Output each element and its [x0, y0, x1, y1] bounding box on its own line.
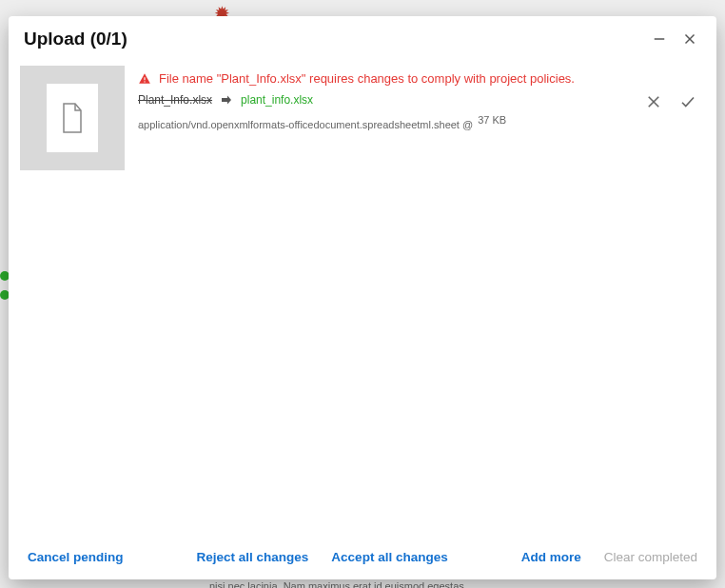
check-icon: [679, 93, 696, 110]
close-button[interactable]: [678, 28, 701, 50]
minimize-button[interactable]: [648, 28, 671, 50]
reject-all-button[interactable]: Reject all changes: [197, 550, 309, 564]
x-icon: [645, 93, 662, 110]
background-text: nisi nec lacinia. Nam maximus erat id eu…: [209, 580, 467, 588]
rename-row: Plant_Info.xlsx plant_info.xlsx: [138, 93, 631, 107]
arrow-right-icon: [220, 94, 233, 106]
new-filename: plant_info.xlsx: [241, 93, 313, 107]
warning-text: File name "Plant_Info.xlsx" requires cha…: [159, 71, 575, 86]
file-thumbnail: [20, 66, 125, 170]
dialog-footer: Cancel pending Reject all changes Accept…: [9, 537, 716, 579]
dialog-title: Upload (0/1): [24, 29, 640, 49]
row-actions: [644, 66, 705, 111]
warning-row: File name "Plant_Info.xlsx" requires cha…: [138, 71, 631, 86]
close-icon: [681, 30, 698, 48]
document-icon: [61, 103, 84, 133]
dialog-body: File name "Plant_Info.xlsx" requires cha…: [9, 62, 716, 537]
reject-change-button[interactable]: [644, 92, 663, 111]
clear-completed-button[interactable]: Clear completed: [604, 550, 697, 564]
minimize-icon: [651, 30, 668, 48]
warning-icon: [138, 72, 151, 86]
svg-point-4: [144, 81, 145, 82]
accept-change-button[interactable]: [678, 92, 697, 111]
accept-all-button[interactable]: Accept all changes: [331, 550, 447, 564]
file-details: File name "Plant_Info.xlsx" requires cha…: [138, 66, 631, 130]
upload-dialog: Upload (0/1): [9, 16, 716, 579]
add-more-button[interactable]: Add more: [521, 550, 581, 564]
file-row: File name "Plant_Info.xlsx" requires cha…: [20, 66, 705, 170]
old-filename: Plant_Info.xlsx: [138, 93, 212, 107]
file-size: 37 KB: [478, 114, 506, 126]
mime-type: application/vnd.openxmlformats-officedoc…: [138, 119, 473, 130]
cancel-pending-button[interactable]: Cancel pending: [28, 550, 124, 564]
file-placeholder: [47, 84, 98, 152]
mime-row: application/vnd.openxmlformats-officedoc…: [138, 114, 631, 130]
dialog-header: Upload (0/1): [9, 16, 716, 62]
